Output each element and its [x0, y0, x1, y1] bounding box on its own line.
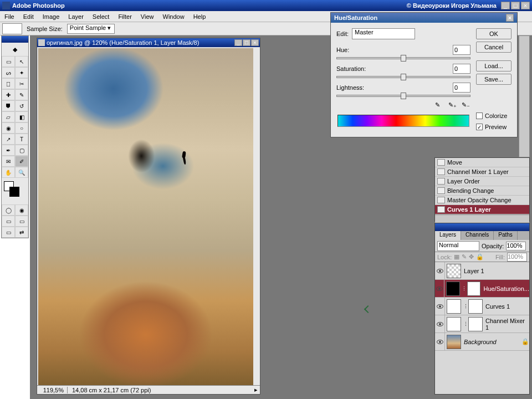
document-info[interactable]: 14,08 cm x 21,17 cm (72 ppi)	[67, 387, 155, 393]
hue-slider[interactable]	[336, 57, 470, 59]
eyedropper-subtract-icon[interactable]: ✎₋	[462, 101, 470, 110]
dodge-tool[interactable]: ○	[15, 122, 28, 134]
saturation-slider-thumb[interactable]	[401, 74, 406, 80]
layer-name[interactable]: Layer 1	[463, 268, 529, 274]
tab-paths[interactable]: Paths	[494, 231, 518, 240]
crop-tool[interactable]: ⎕	[2, 78, 15, 89]
layer-link-icon[interactable]: ⋮	[462, 286, 467, 291]
blend-mode-select[interactable]: Normal	[437, 241, 479, 251]
edit-select[interactable]: Master	[352, 28, 415, 39]
close-button[interactable]: ×	[521, 2, 530, 9]
standard-mode-icon[interactable]: ◯	[2, 204, 15, 216]
doc-minimize-button[interactable]: _	[234, 39, 242, 46]
history-item[interactable]: Move	[435, 158, 529, 167]
doc-close-button[interactable]: ×	[251, 39, 259, 46]
colorize-checkbox[interactable]	[476, 112, 483, 119]
layer-row[interactable]: Background 🔒	[435, 333, 529, 351]
tool-preset-picker[interactable]	[2, 23, 22, 34]
color-spectrum[interactable]	[337, 115, 469, 127]
eraser-tool[interactable]: ▱	[2, 111, 15, 122]
cancel-button[interactable]: Cancel	[476, 42, 511, 53]
toolbox-header[interactable]	[2, 36, 28, 43]
move-tool[interactable]: ↖	[15, 56, 28, 67]
layer-name[interactable]: Channel Mixer 1	[484, 318, 529, 331]
layer-visibility-toggle[interactable]	[435, 298, 445, 315]
path-tool[interactable]: ↗	[2, 134, 15, 145]
blur-tool[interactable]: ◉	[2, 122, 15, 134]
layer-thumbnail[interactable]	[447, 317, 461, 331]
load-button[interactable]: Load...	[476, 60, 511, 71]
document-title-bar[interactable]: оригинал.jpg @ 120% (Hue/Saturation 1, L…	[37, 38, 260, 47]
screen-standard-icon[interactable]: ▭	[2, 216, 15, 227]
maximize-button[interactable]: □	[511, 2, 520, 9]
opacity-input[interactable]: 100%	[506, 242, 526, 250]
doc-maximize-button[interactable]: □	[243, 39, 250, 46]
preview-checkbox[interactable]: ✓	[476, 124, 483, 130]
eyedropper-icon[interactable]: ✎	[435, 101, 444, 110]
layer-name[interactable]: Curves 1	[484, 303, 529, 310]
heal-tool[interactable]: ✚	[2, 89, 15, 100]
menu-edit[interactable]: Edit	[19, 12, 38, 21]
hue-input[interactable]	[453, 45, 470, 55]
layer-visibility-toggle[interactable]	[435, 262, 445, 279]
slice-tool[interactable]: ✂	[15, 78, 28, 89]
screen-full-icon[interactable]: ▭	[2, 227, 15, 238]
history-item[interactable]: Channel Mixer 1 Layer	[435, 167, 529, 177]
layer-link-icon[interactable]: ⋮	[463, 321, 468, 327]
vertical-scrollbar[interactable]	[253, 47, 260, 385]
layer-row[interactable]: Layer 1	[435, 262, 529, 280]
history-item[interactable]: Blending Change	[435, 186, 529, 196]
tab-layers[interactable]: Layers	[435, 231, 461, 240]
menu-layer[interactable]: Layer	[64, 12, 88, 21]
history-brush-tool[interactable]: ↺	[15, 100, 28, 111]
lock-position-icon[interactable]: ✥	[469, 253, 474, 260]
preview-checkbox-row[interactable]: ✓ Preview	[476, 124, 511, 130]
lock-transparency-icon[interactable]: ▦	[454, 253, 459, 260]
eyedropper-tool[interactable]: ✐	[15, 156, 28, 167]
layer-row[interactable]: ⋮ Channel Mixer 1	[435, 315, 529, 333]
lock-all-icon[interactable]: 🔒	[476, 253, 484, 260]
collapsed-palette[interactable]	[519, 35, 530, 157]
layer-row[interactable]: ⋮ Curves 1	[435, 298, 529, 315]
menu-image[interactable]: Image	[38, 12, 64, 21]
ok-button[interactable]: OK	[476, 28, 511, 39]
dialog-close-button[interactable]: ×	[506, 14, 514, 22]
saturation-input[interactable]	[453, 64, 470, 74]
history-item-active[interactable]: Curves 1 Layer	[435, 205, 529, 214]
layer-row-active[interactable]: ⋮ Hue/Saturation...	[435, 280, 529, 298]
menu-help[interactable]: Help	[189, 12, 211, 21]
canvas[interactable]	[37, 47, 253, 385]
zoom-level[interactable]: 119,5%	[37, 387, 67, 393]
marquee-tool[interactable]: ▭	[2, 56, 15, 67]
menu-window[interactable]: Window	[158, 12, 189, 21]
eyedropper-add-icon[interactable]: ✎₊	[448, 101, 457, 110]
hand-tool[interactable]: ✋	[2, 167, 15, 178]
layer-visibility-toggle[interactable]	[435, 333, 445, 350]
color-swatches[interactable]	[2, 180, 28, 202]
layer-mask-thumbnail[interactable]	[467, 282, 481, 296]
type-tool[interactable]: T	[15, 134, 28, 145]
gradient-tool[interactable]: ◧	[15, 111, 28, 122]
layer-name[interactable]: Hue/Saturation...	[482, 285, 529, 292]
tab-channels[interactable]: Channels	[461, 231, 494, 240]
history-item[interactable]: Layer Order	[435, 177, 529, 186]
brush-tool[interactable]: ✎	[15, 89, 28, 100]
layer-visibility-toggle[interactable]	[435, 315, 445, 332]
layer-thumbnail[interactable]	[447, 299, 461, 314]
shape-tool[interactable]: ▢	[15, 145, 28, 156]
colorize-checkbox-row[interactable]: Colorize	[476, 112, 511, 119]
lightness-input[interactable]	[453, 83, 470, 93]
layers-panel-header[interactable]	[435, 223, 529, 231]
sample-size-select[interactable]: Point Sample ▾	[67, 24, 115, 34]
layer-link-icon[interactable]: ⋮	[463, 304, 468, 309]
layer-thumbnail[interactable]	[447, 264, 461, 278]
lightness-slider-thumb[interactable]	[401, 93, 406, 99]
layer-thumbnail[interactable]	[446, 282, 460, 296]
menu-view[interactable]: View	[136, 12, 158, 21]
saturation-slider[interactable]	[336, 76, 470, 78]
menu-select[interactable]: Select	[88, 12, 114, 21]
fill-input[interactable]: 100%	[507, 253, 527, 262]
minimize-button[interactable]: _	[501, 2, 510, 9]
hue-slider-thumb[interactable]	[401, 55, 406, 62]
layer-mask-thumbnail[interactable]	[468, 317, 483, 331]
